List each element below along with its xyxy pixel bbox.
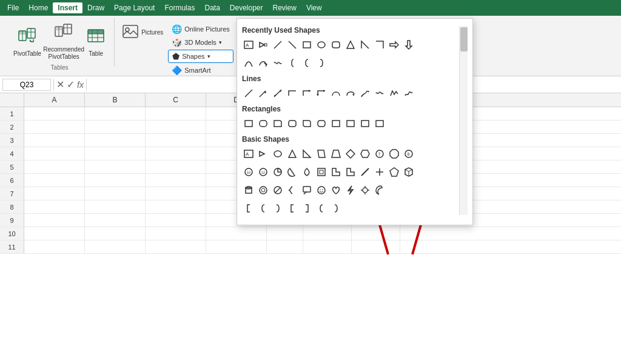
- line-freeform[interactable]: [358, 87, 372, 100]
- cell[interactable]: [146, 174, 206, 187]
- cell[interactable]: [146, 200, 206, 213]
- basic-lshape[interactable]: [329, 165, 343, 179]
- basic-octagon[interactable]: [388, 147, 401, 160]
- basic-smiley[interactable]: [315, 184, 328, 197]
- rect-plain[interactable]: [242, 117, 255, 130]
- shape-rect1[interactable]: [300, 38, 314, 51]
- cell[interactable]: [85, 121, 146, 133]
- line-straight[interactable]: [242, 87, 255, 100]
- basic-lshape2[interactable]: [344, 165, 357, 179]
- cell[interactable]: [303, 240, 352, 253]
- basic-trapezoid[interactable]: [329, 147, 343, 160]
- col-header-a[interactable]: A: [24, 93, 85, 107]
- cell-reference-input[interactable]: [2, 79, 51, 91]
- cell[interactable]: [24, 134, 85, 147]
- line-arrow[interactable]: [257, 87, 270, 100]
- line-elbow[interactable]: [286, 87, 299, 100]
- cell[interactable]: [352, 227, 400, 240]
- three-d-models-button[interactable]: 🎲 3D Models ▾: [168, 36, 233, 48]
- cell[interactable]: [267, 227, 303, 240]
- menu-view[interactable]: View: [301, 2, 327, 13]
- cell[interactable]: [146, 214, 206, 227]
- basic-brace4[interactable]: [329, 202, 343, 215]
- basic-frame[interactable]: [315, 165, 328, 179]
- shape-arrow-down[interactable]: [402, 38, 415, 51]
- basic-right-triangle[interactable]: [300, 147, 314, 160]
- menu-formulas[interactable]: Formulas: [159, 2, 200, 13]
- cell[interactable]: [24, 240, 85, 253]
- basic-chord[interactable]: [286, 165, 299, 179]
- basic-pie[interactable]: [271, 165, 284, 179]
- rect-rounded[interactable]: [257, 117, 270, 130]
- basic-sun[interactable]: [358, 184, 372, 197]
- basic-lightning[interactable]: [344, 184, 357, 197]
- shape-rounded-rect[interactable]: [329, 38, 343, 51]
- line-elbow-double[interactable]: [315, 87, 328, 100]
- shape-ellipse[interactable]: [315, 38, 328, 51]
- fx-icon[interactable]: fx: [77, 80, 84, 90]
- menu-file[interactable]: File: [2, 2, 24, 13]
- shapes-button[interactable]: ⬟ Shapes ▾: [168, 50, 233, 63]
- shape-brace-open[interactable]: [300, 56, 314, 70]
- scrollbar-thumb[interactable]: [460, 27, 468, 51]
- cell[interactable]: [85, 160, 146, 173]
- basic-oval[interactable]: [271, 147, 284, 160]
- rect-plain5[interactable]: [373, 117, 386, 130]
- menu-page-layout[interactable]: Page Layout: [109, 2, 159, 13]
- shape-curve-arrow[interactable]: [257, 56, 270, 70]
- basic-no[interactable]: [271, 184, 284, 197]
- basic-brace2[interactable]: [286, 184, 299, 197]
- cell[interactable]: [146, 227, 206, 240]
- shape-triangle[interactable]: [344, 38, 357, 51]
- basic-10[interactable]: 10: [242, 165, 255, 179]
- rect-round-corner[interactable]: [315, 117, 328, 130]
- cell[interactable]: [24, 174, 85, 187]
- cell[interactable]: [85, 107, 146, 120]
- menu-data[interactable]: Data: [200, 2, 224, 13]
- rect-plain2[interactable]: [329, 117, 343, 130]
- basic-diagonal[interactable]: [358, 165, 372, 179]
- menu-review[interactable]: Review: [268, 2, 301, 13]
- cell[interactable]: [85, 147, 146, 160]
- basic-parallelogram[interactable]: [315, 147, 328, 160]
- cell[interactable]: [146, 107, 206, 120]
- line-curved[interactable]: [329, 87, 343, 100]
- menu-developer[interactable]: Developer: [225, 2, 268, 13]
- line-double-arrow[interactable]: [271, 87, 284, 100]
- cell[interactable]: [85, 240, 146, 253]
- basic-hexagon[interactable]: [358, 147, 372, 160]
- rect-snip2[interactable]: [286, 117, 299, 130]
- col-header-c[interactable]: C: [146, 93, 206, 107]
- basic-teardrop[interactable]: [300, 165, 314, 179]
- cell[interactable]: [85, 200, 146, 213]
- cell[interactable]: [24, 227, 85, 240]
- basic-heart[interactable]: [329, 184, 343, 197]
- cell[interactable]: [146, 240, 206, 253]
- basic-brace3[interactable]: [315, 202, 328, 215]
- basic-cylinder[interactable]: [242, 184, 255, 197]
- cell[interactable]: [85, 214, 146, 227]
- line-curved-arrow[interactable]: [344, 87, 357, 100]
- line-elbow-arrow[interactable]: [300, 87, 314, 100]
- rect-snip-corner[interactable]: [271, 117, 284, 130]
- cell[interactable]: [146, 134, 206, 147]
- shape-arc[interactable]: [242, 56, 255, 70]
- basic-pentagon[interactable]: [388, 165, 401, 179]
- basic-cross[interactable]: [373, 165, 386, 179]
- online-pictures-button[interactable]: 🌐 Online Pictures: [168, 23, 233, 35]
- recommended-pivot-button[interactable]: RecommendedPivotTables: [47, 19, 80, 63]
- shape-right-angle[interactable]: [358, 38, 372, 51]
- basic-cube[interactable]: [402, 165, 415, 179]
- cell[interactable]: [206, 240, 267, 253]
- pivot-table-button[interactable]: PivotTable: [10, 24, 45, 59]
- cell[interactable]: [206, 227, 267, 240]
- basic-sqbracket2[interactable]: [300, 202, 314, 215]
- menu-insert[interactable]: Insert: [53, 2, 82, 13]
- basic-brace-close2[interactable]: [271, 202, 284, 215]
- cancel-icon[interactable]: ✕: [56, 79, 64, 90]
- cell[interactable]: [146, 147, 206, 160]
- basic-bracket1[interactable]: [242, 202, 255, 215]
- cell[interactable]: [85, 134, 146, 147]
- cell[interactable]: [24, 214, 85, 227]
- menu-draw[interactable]: Draw: [82, 2, 109, 13]
